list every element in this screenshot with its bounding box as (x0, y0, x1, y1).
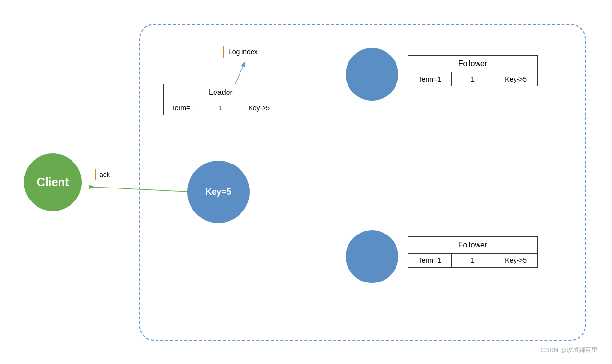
client-node: Client (24, 153, 82, 211)
follower1-term: Term=1 (408, 72, 452, 86)
key5-label: Key=5 (205, 187, 231, 197)
follower1-index: 1 (452, 72, 495, 86)
follower2-box: Follower Term=1 1 Key->5 (408, 236, 538, 268)
leader-index: 1 (202, 101, 240, 115)
follower2-data-row: Term=1 1 Key->5 (408, 254, 537, 267)
leader-data-row: Term=1 1 Key->5 (164, 101, 278, 115)
follower2-title: Follower (408, 237, 537, 254)
follower2-node (346, 230, 398, 283)
follower2-term: Term=1 (408, 254, 452, 267)
leader-title: Leader (164, 84, 278, 101)
follower1-box: Follower Term=1 1 Key->5 (408, 55, 538, 86)
ack-label: ack (95, 169, 114, 180)
follower1-node (346, 48, 398, 101)
leader-box: Leader Term=1 1 Key->5 (163, 84, 278, 115)
follower1-data-row: Term=1 1 Key->5 (408, 72, 537, 86)
leader-entry: Key->5 (240, 101, 278, 115)
leader-term: Term=1 (164, 101, 202, 115)
canvas: Client ack Log index Leader Term=1 1 Key… (0, 0, 612, 364)
client-label: Client (37, 176, 69, 189)
follower2-entry: Key->5 (494, 254, 537, 267)
follower1-entry: Key->5 (494, 72, 537, 86)
watermark: CSDN @攻城狮百里 (540, 346, 598, 354)
key5-node: Key=5 (187, 161, 250, 223)
follower2-index: 1 (452, 254, 495, 267)
follower1-title: Follower (408, 56, 537, 72)
log-index-label: Log index (223, 46, 263, 58)
